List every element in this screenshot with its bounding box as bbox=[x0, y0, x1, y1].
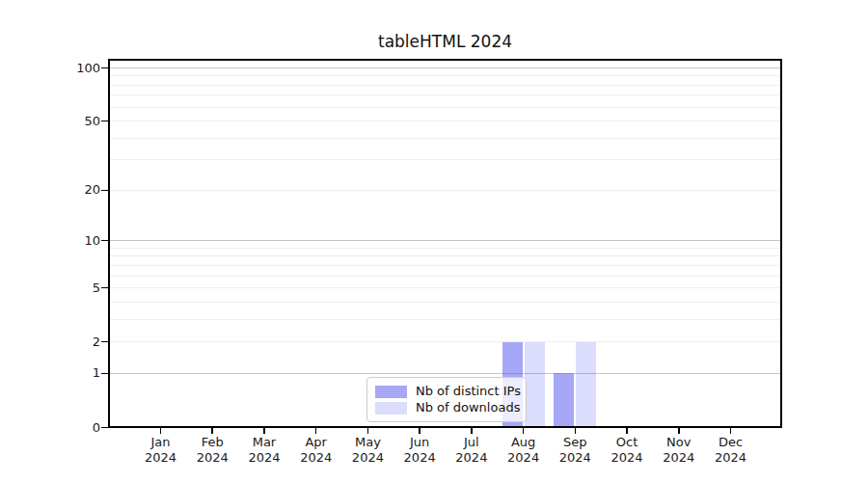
x-tick-label-month: Dec bbox=[692, 435, 770, 450]
bar-distinct-ips bbox=[554, 373, 574, 426]
y-tick-label: 1 bbox=[48, 364, 100, 382]
gridline-minor bbox=[110, 265, 780, 266]
y-tick-mark bbox=[101, 373, 108, 375]
x-tick-mark bbox=[419, 428, 420, 434]
legend-box: Nb of distinct IPs Nb of downloads bbox=[366, 377, 527, 422]
legend-swatch-downloads bbox=[375, 402, 407, 415]
legend-label-distinct-ips: Nb of distinct IPs bbox=[416, 384, 521, 399]
x-tick-mark bbox=[471, 428, 473, 434]
y-tick-label: 10 bbox=[48, 232, 100, 250]
gridline-minor bbox=[110, 255, 780, 256]
y-tick-mark bbox=[101, 240, 108, 242]
legend-entry-downloads: Nb of downloads bbox=[375, 400, 517, 415]
gridline-minor bbox=[110, 319, 780, 320]
x-tick-mark bbox=[211, 428, 213, 434]
x-tick-label-year: 2024 bbox=[692, 450, 770, 466]
chart-figure: tableHTML 2024 0125102050100Jan2024Feb20… bbox=[0, 0, 868, 482]
x-axis-line bbox=[108, 426, 782, 428]
x-tick-mark bbox=[626, 428, 628, 434]
x-tick-mark bbox=[367, 428, 369, 434]
chart-title: tableHTML 2024 bbox=[108, 32, 782, 51]
gridline-minor bbox=[110, 287, 780, 288]
right-spine bbox=[780, 59, 782, 428]
gridline-minor bbox=[110, 190, 780, 191]
gridline-major bbox=[110, 240, 780, 241]
y-tick-mark bbox=[101, 341, 108, 343]
legend-label-downloads: Nb of downloads bbox=[416, 400, 520, 415]
gridline-minor bbox=[110, 302, 780, 303]
gridline-minor bbox=[110, 341, 780, 342]
gridline-minor bbox=[110, 85, 780, 86]
gridline-minor bbox=[110, 94, 780, 95]
y-tick-label: 20 bbox=[48, 181, 100, 199]
gridline-minor bbox=[110, 138, 780, 139]
legend-entry-distinct-ips: Nb of distinct IPs bbox=[375, 384, 517, 399]
x-tick-mark bbox=[263, 428, 265, 434]
gridline-minor bbox=[110, 75, 780, 76]
top-spine bbox=[108, 59, 782, 61]
bar-downloads bbox=[525, 342, 545, 426]
gridline-major bbox=[110, 373, 780, 374]
y-axis-line bbox=[108, 59, 110, 428]
y-tick-label: 0 bbox=[48, 419, 100, 437]
x-tick-mark bbox=[730, 428, 732, 434]
x-tick-mark bbox=[160, 428, 162, 434]
bar-downloads bbox=[576, 342, 596, 426]
y-tick-label: 5 bbox=[48, 280, 100, 297]
y-tick-mark bbox=[101, 67, 108, 69]
x-tick-mark bbox=[575, 428, 577, 434]
y-tick-mark bbox=[101, 190, 108, 192]
plot-area: 0125102050100Jan2024Feb2024Mar2024Apr202… bbox=[108, 59, 782, 428]
x-tick-mark bbox=[523, 428, 525, 434]
y-tick-label: 100 bbox=[48, 60, 100, 77]
y-tick-label: 2 bbox=[48, 334, 100, 351]
y-tick-mark bbox=[101, 120, 108, 122]
x-tick-mark bbox=[315, 428, 317, 434]
gridline-minor bbox=[110, 120, 780, 121]
gridline-major bbox=[110, 67, 780, 68]
legend-swatch-distinct-ips bbox=[375, 386, 407, 398]
gridline-minor bbox=[110, 276, 780, 277]
x-tick-label: Dec2024 bbox=[692, 435, 770, 466]
y-tick-mark bbox=[101, 427, 108, 429]
gridline-minor bbox=[110, 107, 780, 108]
y-tick-label: 50 bbox=[48, 113, 100, 130]
y-tick-mark bbox=[101, 287, 108, 289]
gridline-minor bbox=[110, 159, 780, 160]
gridline-minor bbox=[110, 248, 780, 249]
x-tick-mark bbox=[678, 428, 680, 434]
